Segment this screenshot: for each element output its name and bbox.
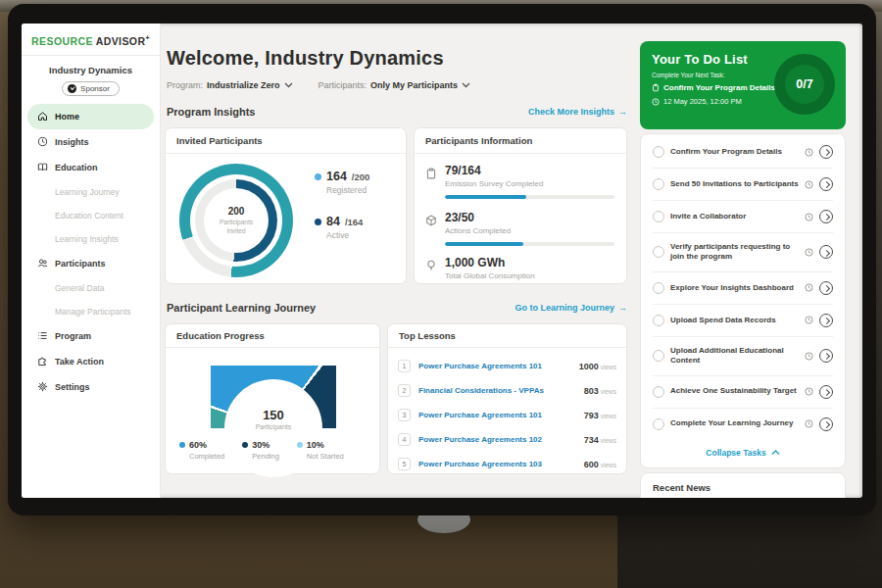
task-invite-collaborator[interactable]: Invite a Collaborator — [653, 200, 833, 232]
lesson-rank: 2 — [398, 384, 411, 397]
task-confirm-program[interactable]: Confirm Your Program Details — [653, 136, 833, 168]
lesson-link[interactable]: Power Purchase Agreements 103 — [418, 460, 582, 468]
survey-value: 79/164 — [445, 164, 614, 177]
task-label: Invite a Collaborator — [670, 212, 799, 221]
check-more-insights-label: Check More Insights — [528, 107, 614, 117]
chevron-right-icon[interactable] — [819, 210, 833, 223]
brand-plus: + — [145, 34, 150, 41]
education-legend: 60% Completed 30% Pending 10% Not Starte… — [179, 440, 371, 461]
sidebar-item-label: Manage Participants — [55, 307, 131, 317]
actions-label: Actions Completed — [445, 226, 614, 235]
consumption-label: Total Global Consumption — [445, 271, 614, 280]
clock-icon — [805, 419, 813, 428]
task-checkbox[interactable] — [653, 211, 664, 222]
invited-donut-center: 200 Participants Invited — [179, 164, 293, 277]
consumption-value: 1,000 GWh — [445, 256, 614, 270]
top-lessons-card: Top Lessons 1 Power Purchase Agreements … — [387, 323, 627, 474]
sidebar-item-label: General Data — [55, 283, 105, 293]
education-progress-title: Education Progress — [166, 324, 379, 348]
brand-logo: RESOURCE ADVISOR+ — [22, 24, 160, 56]
sidebar-item-learning-journey[interactable]: Learning Journey — [27, 180, 154, 204]
survey-label: Emission Survey Completed — [445, 179, 614, 188]
task-send-invitations[interactable]: Send 50 Invitations to Participants — [653, 168, 833, 200]
task-explore-insights[interactable]: Explore Your Insights Dashboard — [653, 271, 833, 304]
chevron-right-icon[interactable] — [819, 245, 833, 259]
chevron-right-icon[interactable] — [819, 281, 833, 295]
sidebar-item-home[interactable]: Home — [27, 104, 154, 129]
chevron-right-icon[interactable] — [819, 385, 833, 399]
sidebar-item-settings[interactable]: Settings — [27, 374, 154, 400]
actions-progress-track — [445, 242, 614, 246]
task-complete-learning-journey[interactable]: Complete Your Learning Journey — [653, 408, 833, 440]
task-checkbox[interactable] — [653, 282, 664, 294]
participants-icon — [37, 258, 48, 269]
sidebar-item-label: Education Content — [55, 211, 123, 220]
task-checkbox[interactable] — [653, 418, 664, 430]
lesson-link[interactable]: Power Purchase Agreements 102 — [418, 435, 582, 444]
task-checkbox[interactable] — [653, 315, 664, 326]
task-label: Upload Spend Data Records — [670, 316, 799, 325]
clock-icon — [805, 148, 813, 157]
task-checkbox[interactable] — [653, 246, 664, 258]
lesson-link[interactable]: Financial Considerations - VPPAs — [418, 386, 582, 395]
sidebar-item-program[interactable]: Program — [27, 323, 154, 349]
sidebar-item-general-data[interactable]: General Data — [27, 276, 154, 300]
legend-label: Active — [326, 230, 369, 240]
task-checkbox[interactable] — [653, 350, 664, 362]
sidebar-item-learning-insights[interactable]: Learning Insights — [27, 227, 154, 251]
collapse-tasks-label: Collapse Tasks — [706, 448, 765, 458]
collapse-tasks-link[interactable]: Collapse Tasks — [653, 440, 833, 464]
program-filter[interactable]: Program: Industrialize Zero — [167, 80, 293, 90]
legend-dot — [297, 442, 303, 448]
task-checkbox[interactable] — [653, 146, 664, 158]
lesson-link[interactable]: Power Purchase Agreements 101 — [418, 411, 582, 419]
task-checkbox[interactable] — [653, 386, 664, 398]
lesson-views: 1000 — [579, 362, 599, 371]
todo-summary-card: Your To Do List Complete Your Next Task:… — [640, 41, 846, 129]
sidebar-item-insights[interactable]: Insights — [27, 129, 154, 155]
task-upload-spend-data[interactable]: Upload Spend Data Records — [653, 304, 833, 336]
program-insights-heading: Program Insights — [167, 106, 255, 118]
go-to-learning-journey-link[interactable]: Go to Learning Journey → — [514, 303, 627, 313]
chevron-right-icon[interactable] — [819, 349, 833, 363]
participants-filter[interactable]: Participants: Only My Participants — [318, 80, 471, 90]
chevron-right-icon[interactable] — [819, 145, 833, 159]
check-more-insights-link[interactable]: Check More Insights → — [528, 107, 627, 117]
clock-icon — [805, 283, 813, 292]
sidebar-item-take-action[interactable]: Take Action — [27, 349, 154, 374]
arrow-right-icon: → — [618, 303, 627, 313]
todo-task-list: Confirm Your Program Details Send 50 Inv… — [640, 133, 846, 468]
chevron-right-icon[interactable] — [819, 177, 833, 191]
sidebar-item-education-content[interactable]: Education Content — [27, 204, 154, 227]
list-icon — [37, 330, 48, 341]
lesson-link[interactable]: Power Purchase Agreements 101 — [418, 362, 577, 370]
chevron-right-icon[interactable] — [819, 417, 833, 431]
legend-active: 84 /164 Active — [315, 215, 369, 240]
legend-not-started: 10% Not Started — [297, 440, 344, 461]
sidebar-item-manage-participants[interactable]: Manage Participants — [27, 300, 154, 323]
clock-icon — [805, 180, 813, 189]
todo-due-label: 12 May 2025, 12:00 PM — [663, 97, 742, 106]
legend-value: 84 — [326, 215, 340, 228]
legend-denominator: /164 — [345, 217, 364, 227]
task-verify-participants[interactable]: Verify participants requesting to join t… — [653, 232, 833, 271]
bulb-icon — [425, 260, 437, 271]
participants-info-title: Participants Information — [415, 128, 626, 154]
chevron-right-icon[interactable] — [819, 314, 833, 327]
sponsor-check-icon — [68, 84, 76, 93]
sidebar-item-participants[interactable]: Participants — [27, 251, 154, 276]
sidebar-item-label: Learning Insights — [55, 234, 119, 244]
sponsor-badge[interactable]: Sponsor — [62, 81, 120, 96]
task-achieve-target[interactable]: Achieve One Sustainability Target — [653, 375, 833, 408]
task-checkbox[interactable] — [653, 178, 664, 190]
task-upload-educational-content[interactable]: Upload Additional Educational Content — [653, 336, 833, 375]
home-icon — [37, 111, 48, 122]
task-label: Upload Additional Educational Content — [670, 346, 799, 367]
lesson-views-suffix: views — [601, 364, 616, 370]
sidebar-item-education[interactable]: Education — [27, 155, 154, 180]
lesson-views: 600 — [584, 460, 599, 469]
task-label: Complete Your Learning Journey — [670, 418, 799, 428]
chevron-down-icon — [462, 82, 470, 88]
info-row-consumption: 1,000 GWh Total Global Consumption — [424, 256, 614, 280]
chevron-down-icon — [284, 82, 293, 88]
